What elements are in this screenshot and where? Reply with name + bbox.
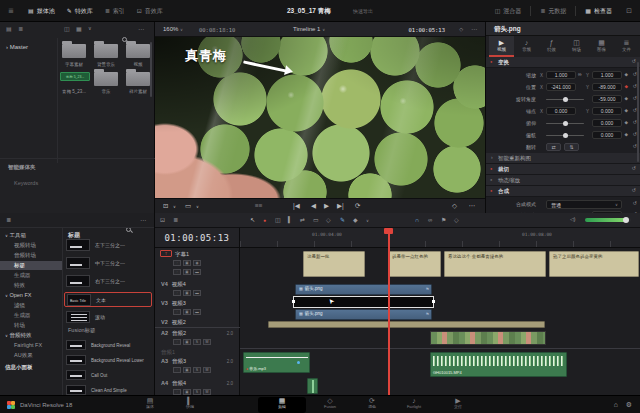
page-deliver[interactable]: 交付 <box>440 397 476 409</box>
inspector-scrollbar[interactable] <box>637 62 639 162</box>
title-item-selected[interactable]: Basic Title文本 <box>64 292 152 307</box>
audio-level-knob[interactable] <box>623 217 629 223</box>
slider-knob[interactable] <box>563 97 568 102</box>
lock-toggle[interactable]: ▣ <box>183 290 191 296</box>
speaker-icon[interactable] <box>570 217 576 222</box>
fx-tree-au[interactable]: AU效果 <box>14 352 33 359</box>
chevron-down-icon[interactable] <box>173 205 176 209</box>
track-v3[interactable]: V3视频3 <box>161 300 186 307</box>
reset-section-icon[interactable] <box>632 59 636 64</box>
lock-toggle[interactable]: ▣ <box>183 309 191 315</box>
timeline-ruler[interactable]: 01:00:04:00 01:00:08:00 <box>240 228 640 248</box>
grid-view-icon[interactable] <box>76 26 82 32</box>
app-menu-icon[interactable] <box>8 7 14 14</box>
rotation-field[interactable]: -59.000 <box>592 95 622 103</box>
lock-toggle[interactable]: ▣ <box>183 367 191 373</box>
transform-section-header[interactable]: 变换 <box>486 57 640 68</box>
fx-group-audiofx[interactable]: 音频特效 <box>5 332 31 339</box>
keyframe-enabled-icon[interactable] <box>490 167 492 171</box>
audio-clip-music[interactable]: 音乐.mp3 <box>243 352 310 373</box>
effects-library-toggle[interactable]: 特效库 <box>67 7 93 16</box>
loop-button[interactable] <box>355 203 360 210</box>
viewer-options-icon[interactable] <box>471 26 477 32</box>
tab-effects[interactable]: 特效 <box>539 36 564 57</box>
timeline-item-thumb[interactable]: 青梅 5_23... <box>60 72 90 81</box>
replace-clip-icon[interactable] <box>326 217 331 223</box>
fx-tree-effects[interactable]: 特效 <box>14 282 25 289</box>
zoom-y-field[interactable]: 1.000 <box>592 71 622 79</box>
position-x-field[interactable]: -241.000 <box>546 83 576 91</box>
smart-bin-item[interactable]: Keywords <box>14 180 38 186</box>
fx-tree-generators[interactable]: 生成器 <box>14 272 31 279</box>
solo-toggle[interactable]: S <box>193 339 201 345</box>
settings-gear-icon[interactable] <box>626 401 632 408</box>
insert-clip-icon[interactable] <box>300 217 305 223</box>
flip-vertical-button[interactable] <box>564 143 579 151</box>
blade-edit-icon[interactable] <box>288 217 293 223</box>
subtitle-clip[interactable]: 熟了之后颜色就会变黄的 <box>549 251 639 277</box>
subtitle-track-badge[interactable]: T <box>160 250 172 257</box>
reset-icon[interactable] <box>633 201 637 206</box>
smart-reframe-section[interactable]: 智能重新构图 <box>486 153 640 164</box>
razor-tool-icon[interactable] <box>340 217 345 223</box>
link-xy-icon[interactable] <box>578 72 582 77</box>
transform-tool-button[interactable] <box>163 203 168 210</box>
fx-tree-ofx-generators[interactable]: 生成器 <box>14 312 31 319</box>
keyframe-icon[interactable] <box>625 97 628 102</box>
bin-tree-root[interactable]: Master <box>6 44 28 50</box>
reset-section-icon[interactable] <box>632 166 636 171</box>
fx-tree-fairlightfx[interactable]: Fairlight FX <box>14 342 42 348</box>
match-frame-icon[interactable] <box>452 203 457 210</box>
solo-toggle[interactable]: S <box>193 367 201 373</box>
bin-view-icon[interactable] <box>6 26 12 32</box>
more-options-icon[interactable] <box>138 26 144 32</box>
audio-clip-small[interactable] <box>307 378 318 394</box>
track-a2[interactable]: A2音频2 <box>161 330 186 337</box>
home-icon[interactable] <box>614 401 618 408</box>
go-to-end-button[interactable] <box>337 203 344 210</box>
page-cut[interactable]: 快编 <box>172 397 208 409</box>
keyframe-icon-active[interactable] <box>625 85 628 90</box>
linked-selection-icon[interactable] <box>428 217 432 223</box>
zoom-x-field[interactable]: 1.000 <box>546 71 576 79</box>
media-pool-toggle[interactable]: 媒体池 <box>28 7 55 16</box>
fusion-title-item[interactable]: Background Reveal <box>64 339 152 354</box>
viewer-zoom-select[interactable]: 160% <box>163 26 183 32</box>
tab-video[interactable]: 视频 <box>489 36 514 57</box>
subtitle-clip[interactable]: 看这边这个 全都是青绿色的 <box>444 251 546 277</box>
keyframe-icon[interactable] <box>625 121 628 126</box>
gang-icon[interactable] <box>459 27 463 32</box>
chevron-down-icon[interactable] <box>366 219 369 223</box>
pitch-field[interactable]: 0.000 <box>592 119 622 127</box>
video-clip-filmstrip[interactable] <box>430 331 546 345</box>
auto-select-toggle[interactable]: ▫ <box>173 260 181 266</box>
mixer-toggle[interactable]: 混合器 <box>495 7 522 16</box>
lock-toggle[interactable]: ▣ <box>183 339 191 345</box>
auto-select-toggle[interactable]: ▫ <box>173 290 181 296</box>
title-item[interactable]: 左下三分之一 <box>64 238 152 253</box>
page-color[interactable]: 调色 <box>354 397 390 409</box>
fx-tree-titles[interactable]: 标题 <box>0 261 62 270</box>
selection-mode-icon[interactable] <box>250 217 255 223</box>
tab-transition[interactable]: 转场 <box>564 36 589 57</box>
selected-clip-v3[interactable] <box>293 296 434 308</box>
volume-keyframe-dot[interactable] <box>297 361 300 364</box>
lock-toggle[interactable]: ▣ <box>183 269 191 275</box>
auto-select-toggle[interactable]: ▫ <box>173 309 181 315</box>
composite-mode-select[interactable]: 普通 <box>546 200 622 209</box>
keyframe-enabled-icon[interactable] <box>490 60 492 64</box>
track-a3[interactable]: A3音频3 <box>161 358 186 365</box>
folder-item[interactable] <box>94 44 118 58</box>
thumb-view-icon[interactable] <box>64 26 70 32</box>
visibility-toggle[interactable]: ▬ <box>193 309 201 315</box>
track-a4[interactable]: A4音频4 <box>161 380 186 387</box>
visibility-toggle[interactable]: ▬ <box>193 290 201 296</box>
tab-file[interactable]: 文件 <box>614 36 639 57</box>
timeline-name-select[interactable]: Timeline 1 <box>293 26 325 32</box>
marker-icon[interactable] <box>454 217 459 223</box>
track-subtitle1[interactable]: 字幕1 <box>175 251 189 258</box>
keyframe-icon[interactable] <box>625 109 628 114</box>
title-item[interactable]: 滚动 <box>64 310 152 325</box>
fusion-title-item[interactable]: Clean And Simple <box>64 384 152 395</box>
trim-edit-icon[interactable] <box>275 217 281 223</box>
